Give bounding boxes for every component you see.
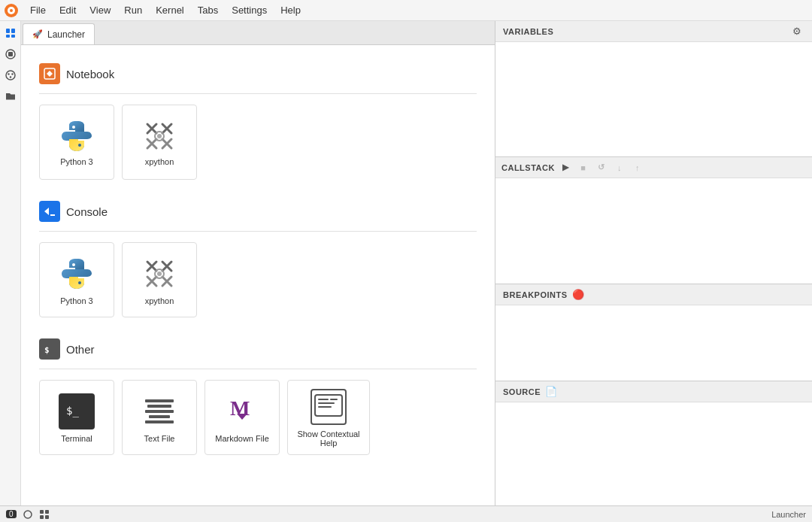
svg-rect-3 bbox=[6, 29, 10, 33]
callstack-play-btn[interactable]: ▶ bbox=[558, 160, 573, 175]
contextual-help-icon bbox=[309, 387, 348, 426]
svg-rect-8 bbox=[8, 52, 13, 56]
status-circle[interactable] bbox=[23, 509, 33, 520]
menu-run[interactable]: Run bbox=[118, 3, 148, 17]
menubar: File Edit View Run Kernel Tabs Settings … bbox=[0, 0, 812, 21]
callstack-step-over-btn[interactable]: ↓ bbox=[612, 160, 627, 175]
callstack-content bbox=[495, 178, 812, 284]
source-content bbox=[495, 402, 812, 505]
notebook-python3-item[interactable]: Python 3 bbox=[39, 105, 114, 180]
svg-rect-6 bbox=[11, 35, 15, 38]
notebook-section-title: Notebook bbox=[66, 68, 114, 80]
svg-point-34 bbox=[24, 511, 32, 518]
variables-gear-button[interactable]: ⚙ bbox=[789, 24, 804, 39]
svg-point-24 bbox=[157, 272, 162, 276]
python3-notebook-icon bbox=[59, 118, 95, 154]
console-xpython-item[interactable]: xpython bbox=[122, 242, 197, 317]
other-section-icon: $_ bbox=[39, 338, 60, 360]
notebook-section-header: Notebook bbox=[39, 63, 477, 84]
launcher-tab[interactable]: 🚀 Launcher bbox=[23, 23, 95, 44]
breakpoints-label: BREAKPOINTS bbox=[503, 290, 568, 299]
source-label: SOURCE bbox=[503, 387, 541, 396]
markdown-icon: M bbox=[223, 392, 262, 431]
xpython-notebook-icon bbox=[141, 118, 177, 154]
status-bar: 0 Launcher bbox=[0, 505, 812, 522]
other-items: $_ Terminal bbox=[39, 380, 477, 455]
left-sidebar bbox=[0, 21, 21, 505]
other-section-title: Other bbox=[66, 343, 95, 356]
markdown-item[interactable]: M Markdown File bbox=[205, 380, 280, 455]
svg-rect-5 bbox=[6, 35, 10, 38]
textfile-item[interactable]: Text File bbox=[122, 380, 197, 455]
console-divider bbox=[39, 231, 477, 232]
svg-marker-14 bbox=[47, 71, 53, 77]
svg-text:$_: $_ bbox=[44, 345, 55, 354]
svg-rect-29 bbox=[315, 395, 342, 416]
svg-text:$_: $_ bbox=[66, 405, 79, 417]
contextual-help-label: Show Contextual Help bbox=[288, 429, 369, 448]
launcher-tab-icon: 🚀 bbox=[32, 29, 43, 39]
notebook-xpython-label: xpython bbox=[145, 157, 174, 166]
callstack-stop-btn[interactable]: ■ bbox=[576, 160, 591, 175]
breakpoints-content bbox=[495, 305, 812, 381]
notebook-divider bbox=[39, 93, 477, 94]
status-grid[interactable] bbox=[39, 509, 50, 520]
notebook-section-icon bbox=[39, 63, 60, 84]
menu-file[interactable]: File bbox=[24, 3, 52, 17]
svg-rect-36 bbox=[45, 510, 49, 514]
callstack-restart-btn[interactable]: ↺ bbox=[594, 160, 609, 175]
notebook-python3-label: Python 3 bbox=[60, 157, 92, 166]
console-section-header: Console bbox=[39, 201, 477, 222]
right-panel: VARIABLES ⚙ CALLSTACK ▶ ■ ↺ ↓ ↑ bbox=[495, 21, 812, 505]
sidebar-icon-folder[interactable] bbox=[2, 87, 20, 105]
terminal-item[interactable]: $_ Terminal bbox=[39, 380, 114, 455]
notebook-xpython-item[interactable]: xpython bbox=[122, 105, 197, 180]
textfile-icon bbox=[140, 392, 179, 431]
svg-rect-38 bbox=[45, 515, 49, 519]
variables-label: VARIABLES bbox=[503, 27, 789, 36]
sidebar-icon-palette[interactable] bbox=[2, 66, 20, 84]
svg-point-16 bbox=[78, 144, 81, 147]
variables-content bbox=[495, 42, 812, 156]
sidebar-icon-files[interactable] bbox=[2, 24, 20, 42]
breakpoints-icon: 🔴 bbox=[572, 289, 585, 300]
launcher-content: Notebook bbox=[21, 45, 495, 505]
sidebar-icon-stop[interactable] bbox=[2, 45, 20, 63]
menu-settings[interactable]: Settings bbox=[226, 3, 273, 17]
console-xpython-label: xpython bbox=[145, 296, 174, 305]
launcher-tab-label: Launcher bbox=[47, 29, 85, 40]
console-python3-item[interactable]: Python 3 bbox=[39, 242, 114, 317]
terminal-label: Terminal bbox=[61, 434, 92, 443]
svg-marker-19 bbox=[44, 208, 49, 215]
svg-rect-35 bbox=[40, 510, 44, 514]
menu-kernel[interactable]: Kernel bbox=[150, 3, 190, 17]
callstack-step-in-btn[interactable]: ↑ bbox=[630, 160, 645, 175]
markdown-label: Markdown File bbox=[215, 434, 269, 443]
svg-point-12 bbox=[9, 76, 11, 77]
source-header: SOURCE 📄 bbox=[495, 381, 812, 402]
svg-rect-33 bbox=[330, 399, 338, 400]
breakpoints-header: BREAKPOINTS 🔴 bbox=[495, 284, 812, 305]
svg-point-18 bbox=[157, 134, 162, 138]
status-badge: 0 bbox=[6, 510, 17, 518]
xpython-console-icon bbox=[140, 254, 179, 293]
svg-rect-31 bbox=[318, 402, 335, 404]
menu-tabs[interactable]: Tabs bbox=[192, 3, 224, 17]
svg-point-10 bbox=[8, 73, 9, 74]
contextual-help-item[interactable]: Show Contextual Help bbox=[287, 380, 370, 455]
console-section-title: Console bbox=[66, 205, 108, 218]
console-python3-label: Python 3 bbox=[60, 296, 92, 305]
menu-help[interactable]: Help bbox=[274, 3, 307, 17]
svg-rect-37 bbox=[40, 515, 44, 519]
notebook-items: Python 3 bbox=[39, 105, 477, 180]
callstack-label: CALLSTACK bbox=[501, 163, 555, 172]
svg-point-15 bbox=[72, 126, 75, 129]
svg-point-22 bbox=[78, 281, 81, 284]
menu-view[interactable]: View bbox=[83, 3, 117, 17]
app-logo bbox=[3, 2, 20, 19]
svg-point-2 bbox=[10, 9, 13, 12]
menu-edit[interactable]: Edit bbox=[53, 3, 82, 17]
terminal-icon: $_ bbox=[57, 392, 96, 431]
callstack-header: CALLSTACK ▶ ■ ↺ ↓ ↑ bbox=[495, 157, 812, 178]
variables-header: VARIABLES ⚙ bbox=[495, 21, 812, 42]
